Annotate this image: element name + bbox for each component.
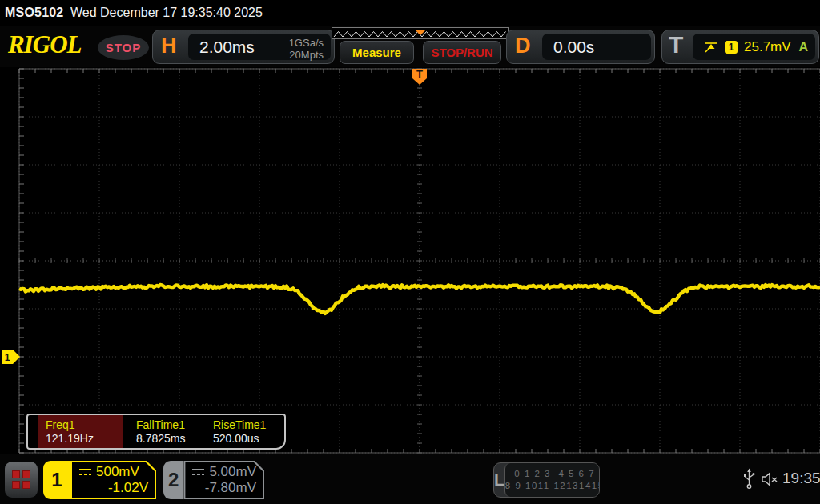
red-squares-icon [12,470,30,489]
horizontal-menu-block[interactable]: H 2.00ms 1GSa/s 20Mpts [152,30,335,64]
windows-menu-button[interactable] [5,462,38,498]
measurement-value: 8.7825ms [136,432,206,445]
top-info-bar: MSO5102 Wed December 17 19:35:40 2025 [0,0,820,26]
measurement-label: FallTime1 [136,418,206,431]
logic-channel-numbers: 0 1 2 3 4 5 6 7 8 9 1011 12131415 [504,463,600,497]
waveform-overview-strip[interactable] [332,27,509,39]
bottom-status-bar: 1 500mV -1.02V 2 [0,454,820,504]
stop-run-button[interactable]: STOP/RUN [423,41,501,64]
channel2-number: 2 [163,461,183,499]
measurement-results-panel: Freq1 121.19Hz FallTime1 8.7825ms RiseTi… [26,414,286,450]
acquisition-info: 1GSa/s 20Mpts [289,37,324,61]
channel1-offset: -1.02V [78,480,148,496]
measure-button[interactable]: Measure [340,41,414,64]
trigger-source-badge: 1 [725,41,738,54]
logic-channels-block[interactable]: L 0 1 2 3 4 5 6 7 8 9 1011 12131415 [493,462,600,498]
measurement-label: RiseTime1 [213,418,284,431]
oscilloscope-screen: MSO5102 Wed December 17 19:35:40 2025 RI… [0,0,820,504]
delay-label: D [515,34,531,58]
channel1-scale: 500mV [96,464,139,480]
clock-text: 19:35 [782,470,820,487]
logic-label: L [494,463,504,497]
model-name: MSO5102 [5,6,63,20]
measurement-freq1[interactable]: Freq1 121.19Hz [38,415,123,448]
trigger-slope-icon [704,41,718,54]
waveform-display-area: T1 [0,67,820,454]
horizontal-label: H [161,34,177,58]
measurement-label: Freq1 [46,418,123,431]
channel1-status-block[interactable]: 1 500mV -1.02V [43,461,156,499]
measurement-risetime1[interactable]: RiseTime1 520.00us [206,415,284,448]
measurement-value: 121.19Hz [46,432,123,445]
usb-icon [743,468,755,490]
graticule-and-trace: T1 [0,67,820,454]
header-bar: RIGOL STOP H 2.00ms 1GSa/s 20Mpts Measur… [0,26,820,67]
channel1-number: 1 [43,461,70,499]
measurement-value: 520.00us [213,432,284,445]
channel1-marker-label: 1 [5,352,10,363]
channel2-scale: 5.00mV [209,464,256,480]
speaker-muted-icon[interactable] [761,472,778,486]
measurement-falltime1[interactable]: FallTime1 8.7825ms [129,415,206,448]
trigger-level-value: 25.7mV [744,39,791,55]
trigger-mode-auto: A [798,40,808,54]
channel2-offset: -7.80mV [191,480,256,496]
trigger-menu-block[interactable]: T 1 25.7mV A [661,30,819,64]
timebase-value: 2.00ms [199,38,255,57]
overview-waveform-icon [332,29,508,39]
dc-coupling-icon [78,467,92,477]
trigger-label: T [669,31,683,58]
trigger-marker-label: T [416,68,423,80]
channel2-status-block[interactable]: 2 5.00mV -7.80mV [163,461,264,499]
rigol-logo: RIGOL [8,30,81,59]
delay-menu-block[interactable]: D 0.00s [506,30,655,64]
delay-value: 0.00s [553,38,594,57]
run-state-indicator[interactable]: STOP [98,35,149,60]
dc-coupling-icon [191,467,205,477]
datetime-text: Wed December 17 19:35:40 2025 [70,6,263,20]
